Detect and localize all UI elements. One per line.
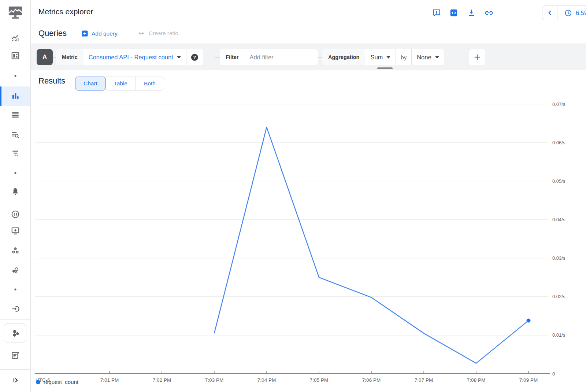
sidebar-item-more-1[interactable] <box>0 69 30 82</box>
pill-connector <box>215 57 220 58</box>
clock-icon <box>564 9 572 17</box>
note-edit-icon <box>11 351 20 360</box>
feedback-button[interactable] <box>432 8 441 18</box>
monitoring-logo-icon <box>7 4 24 20</box>
x-axis-tick-label: 7:04 PM <box>257 377 276 383</box>
sidebar-item-uptime-checks[interactable] <box>0 206 30 223</box>
time-back-button[interactable] <box>542 6 557 20</box>
aggregation-dropdown[interactable]: Sum <box>365 49 396 65</box>
y-axis-tick-label: 0 <box>552 371 555 377</box>
x-axis-tick-label: 7:07 PM <box>415 377 433 383</box>
left-nav-rail <box>0 0 31 392</box>
series-line <box>214 127 528 363</box>
bubbles-icon <box>11 266 20 275</box>
sidebar-item-more-3[interactable] <box>0 283 30 296</box>
rail-divider <box>0 319 30 320</box>
time-range-control: 6:59 PM - 7:0 <box>542 5 586 20</box>
chart-line-icon <box>11 33 20 42</box>
add-query-label: Add query <box>92 30 118 37</box>
aggregation-pill: Aggregation Sum by None <box>322 49 444 65</box>
expand-nav-button[interactable] <box>0 371 30 389</box>
sidebar-item-alerting[interactable] <box>0 183 30 200</box>
series-end-dot <box>527 318 531 322</box>
monitoring-logo[interactable] <box>0 3 30 21</box>
metric-dropdown[interactable]: Consumed API - Request count <box>84 49 186 65</box>
sidebar-item-release-notes[interactable] <box>0 347 30 364</box>
x-axis-tick-label: 7:03 PM <box>205 377 223 383</box>
add-aggregation-step-button[interactable] <box>469 49 485 65</box>
sidebar-item-groups[interactable] <box>0 242 30 259</box>
stacked-lines-icon <box>11 148 20 158</box>
aggregation-value: Sum <box>370 54 383 61</box>
legend-series-dot <box>36 380 40 384</box>
screen-share-icon <box>11 226 20 236</box>
view-code-button[interactable] <box>449 8 459 18</box>
chevron-down-icon <box>386 56 390 59</box>
page-header: Metrics explorer <box>30 0 586 24</box>
chevron-left-icon <box>546 9 554 17</box>
metric-value: Consumed API - Request count <box>89 54 173 61</box>
sidebar-item-overview[interactable] <box>0 29 30 47</box>
view-option-chart[interactable]: Chart <box>75 77 106 90</box>
x-axis-tick-label: 7:02 PM <box>153 377 171 383</box>
rail-divider <box>0 369 30 370</box>
queries-title: Queries <box>38 29 67 38</box>
y-axis-tick-label: 0.02/s <box>552 294 565 299</box>
chart-legend: request_count <box>36 379 78 385</box>
dot-icon <box>14 288 17 291</box>
sidebar-item-logs[interactable] <box>0 106 30 123</box>
dot-icon <box>14 171 17 175</box>
link-icon <box>484 8 494 18</box>
filter-placeholder: Add filter <box>249 54 273 61</box>
y-axis-tick-label: 0.01/s <box>552 332 565 338</box>
integration-arrow-icon <box>11 304 20 314</box>
chevron-down-icon <box>435 56 439 59</box>
sidebar-item-metrics-explorer[interactable] <box>0 87 30 105</box>
x-axis-tick-label: 7:08 PM <box>467 377 485 383</box>
query-builder: A Metric Consumed API - Request count ? <box>30 44 586 70</box>
filter-pill: Filter Add filter <box>220 49 318 65</box>
plus-icon <box>473 53 481 61</box>
group-by-dropdown[interactable]: None <box>412 49 444 65</box>
expand-rail-icon <box>11 376 20 385</box>
download-button[interactable] <box>467 8 476 18</box>
panel-drag-handle[interactable] <box>377 67 393 69</box>
help-icon: ? <box>190 53 199 62</box>
add-query-button[interactable]: Add query <box>81 30 118 37</box>
results-title: Results <box>38 76 65 86</box>
create-ratio-button[interactable]: Create ratio <box>137 30 178 37</box>
feedback-icon <box>432 8 441 18</box>
sidebar-item-dashboards[interactable] <box>0 47 30 64</box>
rows-icon <box>11 110 20 119</box>
bell-icon <box>11 187 20 196</box>
group-by-value: None <box>417 54 431 61</box>
filter-input[interactable]: Add filter <box>244 49 278 65</box>
sidebar-item-trace[interactable] <box>0 144 30 162</box>
sidebar-item-synthetic[interactable] <box>0 262 30 279</box>
time-range-button[interactable]: 6:59 PM - 7:0 <box>557 9 586 17</box>
view-toggle-group: Chart Table Both <box>75 77 164 90</box>
view-option-both[interactable]: Both <box>136 77 164 90</box>
sidebar-item-integrations[interactable] <box>0 300 30 318</box>
query-letter-badge[interactable]: A <box>37 49 53 65</box>
download-icon <box>467 8 476 18</box>
sidebar-item-logs-explorer[interactable] <box>0 126 30 144</box>
aggregation-label: Aggregation <box>322 49 365 65</box>
metric-help-button[interactable]: ? <box>186 49 203 65</box>
sidebar-item-gke-hexagons[interactable] <box>0 324 30 342</box>
list-search-icon <box>11 130 20 140</box>
sidebar-item-more-2[interactable] <box>0 166 30 180</box>
chevron-down-icon <box>177 56 181 59</box>
share-link-button[interactable] <box>484 8 494 18</box>
x-axis-tick-label: 7:09 PM <box>519 377 538 383</box>
view-option-table[interactable]: Table <box>106 77 136 90</box>
metric-pill: Metric Consumed API - Request count ? <box>56 49 203 65</box>
y-axis-tick-label: 0.03/s <box>552 255 565 261</box>
plus-box-icon <box>81 30 88 37</box>
code-icon <box>449 8 459 18</box>
queries-toolbar: Queries Add query Create ratio <box>30 24 586 44</box>
sidebar-item-services[interactable] <box>0 222 30 240</box>
y-axis-tick-label: 0.06/s <box>552 140 565 145</box>
metric-label: Metric <box>56 49 84 65</box>
metrics-explorer-bar-chart-icon <box>11 91 20 101</box>
